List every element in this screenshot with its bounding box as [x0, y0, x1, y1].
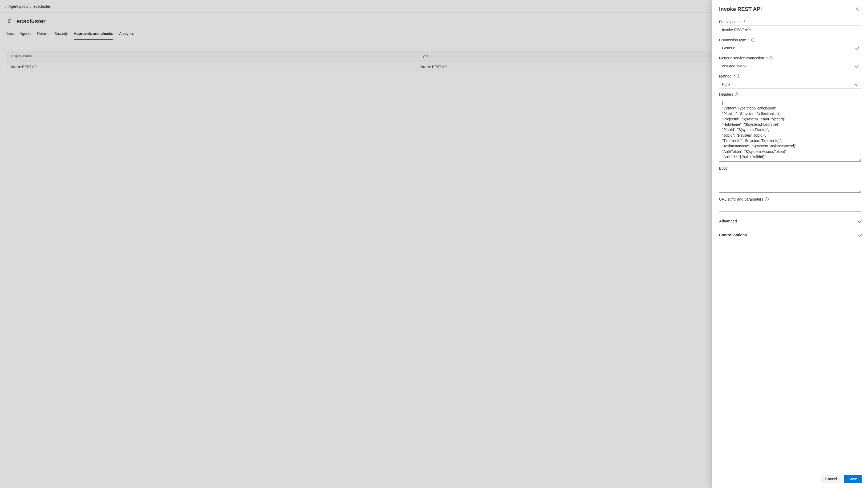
cancel-button[interactable]: Cancel — [820, 475, 841, 483]
connection-type-select[interactable]: Generic — [719, 44, 861, 52]
method-select[interactable]: POST — [719, 80, 861, 89]
label-url-suffix: URL suffix and parameters i — [719, 197, 861, 201]
chevron-down-icon — [855, 45, 859, 50]
label-body: Body — [719, 166, 861, 170]
chevron-down-icon — [858, 232, 862, 236]
edit-check-panel: Invoke REST API Display name* Connection… — [712, 0, 868, 488]
label-headers: Headers i — [719, 92, 861, 96]
info-icon[interactable]: i — [737, 74, 740, 78]
info-icon[interactable]: i — [765, 197, 769, 201]
display-name-input[interactable] — [719, 26, 861, 34]
control-options-expander[interactable]: Control options — [719, 229, 861, 239]
info-icon[interactable]: i — [751, 38, 755, 42]
label-connection-type: Connection type* i — [719, 38, 861, 42]
chevron-down-icon — [855, 82, 859, 86]
connection-type-value: Generic — [722, 46, 735, 50]
label-service-connection: Generic service connection* i — [719, 56, 861, 60]
save-button[interactable]: Save — [844, 475, 862, 483]
advanced-expander[interactable]: Advanced — [719, 215, 861, 225]
info-icon[interactable]: i — [769, 56, 773, 60]
close-icon — [856, 7, 859, 11]
label-method: Method* i — [719, 74, 861, 78]
method-value: POST — [722, 82, 732, 86]
info-icon[interactable]: i — [735, 92, 739, 96]
chevron-down-icon — [855, 63, 859, 68]
body-textarea[interactable] — [719, 172, 861, 193]
url-suffix-input[interactable] — [719, 203, 861, 212]
headers-textarea[interactable] — [719, 98, 861, 162]
control-options-title: Control options — [719, 233, 747, 237]
close-button[interactable] — [854, 5, 861, 13]
service-connection-value: ecs-ado-svc-v3 — [722, 64, 747, 68]
service-connection-select[interactable]: ecs-ado-svc-v3 — [719, 62, 861, 70]
label-display-name: Display name* — [719, 20, 861, 24]
advanced-title: Advanced — [719, 219, 737, 223]
chevron-down-icon — [858, 219, 862, 223]
panel-title: Invoke REST API — [719, 6, 762, 12]
